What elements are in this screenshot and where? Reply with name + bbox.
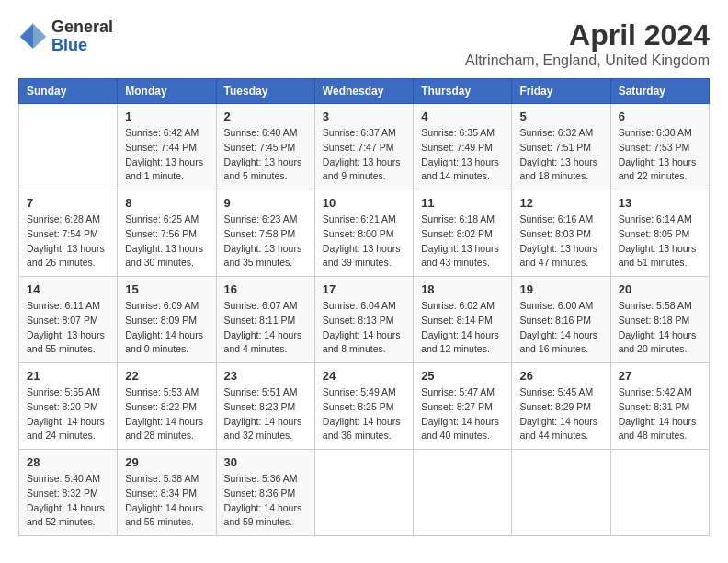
day-number: 10 <box>323 196 405 210</box>
day-number: 23 <box>224 369 307 383</box>
day-number: 2 <box>224 109 307 123</box>
calendar-cell: 8Sunrise: 6:25 AM Sunset: 7:56 PM Daylig… <box>118 190 216 277</box>
day-number: 14 <box>27 282 109 296</box>
calendar-cell: 28Sunrise: 5:40 AM Sunset: 8:32 PM Dayli… <box>19 450 118 536</box>
day-number: 13 <box>619 196 701 210</box>
calendar-cell: 9Sunrise: 6:23 AM Sunset: 7:58 PM Daylig… <box>216 190 314 277</box>
header-day-sunday: Sunday <box>19 79 118 104</box>
title-block: April 2024 Altrincham, England, United K… <box>465 18 710 69</box>
calendar-cell <box>610 450 709 536</box>
calendar-cell: 22Sunrise: 5:53 AM Sunset: 8:22 PM Dayli… <box>118 363 216 450</box>
calendar-cell: 21Sunrise: 5:55 AM Sunset: 8:20 PM Dayli… <box>19 363 118 450</box>
day-number: 11 <box>421 196 504 210</box>
day-number: 6 <box>619 109 701 123</box>
day-number: 24 <box>323 369 405 383</box>
logo: General Blue <box>18 18 113 55</box>
header-day-saturday: Saturday <box>610 79 709 104</box>
logo-icon <box>18 22 48 52</box>
day-number: 15 <box>125 282 208 296</box>
day-number: 12 <box>519 196 602 210</box>
day-info: Sunrise: 6:30 AM Sunset: 7:53 PM Dayligh… <box>619 126 701 184</box>
day-number: 28 <box>27 455 109 469</box>
day-info: Sunrise: 5:58 AM Sunset: 8:18 PM Dayligh… <box>619 299 701 357</box>
calendar-cell <box>414 450 512 536</box>
header-day-tuesday: Tuesday <box>216 79 314 104</box>
day-number: 3 <box>323 109 405 123</box>
day-info: Sunrise: 6:16 AM Sunset: 8:03 PM Dayligh… <box>519 213 602 270</box>
calendar-cell: 18Sunrise: 6:02 AM Sunset: 8:14 PM Dayli… <box>414 277 512 363</box>
day-number: 26 <box>519 369 602 383</box>
day-number: 18 <box>421 282 504 296</box>
logo-text: General Blue <box>51 18 113 55</box>
day-number: 8 <box>125 196 208 210</box>
calendar-cell: 6Sunrise: 6:30 AM Sunset: 7:53 PM Daylig… <box>610 104 709 190</box>
day-number: 17 <box>323 282 405 296</box>
day-info: Sunrise: 5:51 AM Sunset: 8:23 PM Dayligh… <box>224 385 307 443</box>
calendar-week-5: 28Sunrise: 5:40 AM Sunset: 8:32 PM Dayli… <box>19 450 710 536</box>
day-info: Sunrise: 5:42 AM Sunset: 8:31 PM Dayligh… <box>619 385 701 443</box>
day-info: Sunrise: 6:28 AM Sunset: 7:54 PM Dayligh… <box>27 213 109 270</box>
svg-marker-2 <box>20 23 33 48</box>
day-number: 4 <box>421 109 504 123</box>
calendar-cell: 14Sunrise: 6:11 AM Sunset: 8:07 PM Dayli… <box>19 277 118 363</box>
day-number: 21 <box>27 369 109 383</box>
header-day-friday: Friday <box>512 79 610 104</box>
calendar-cell: 15Sunrise: 6:09 AM Sunset: 8:09 PM Dayli… <box>118 277 216 363</box>
day-info: Sunrise: 6:11 AM Sunset: 8:07 PM Dayligh… <box>27 299 109 357</box>
day-info: Sunrise: 6:42 AM Sunset: 7:44 PM Dayligh… <box>125 126 208 184</box>
day-info: Sunrise: 6:21 AM Sunset: 8:00 PM Dayligh… <box>323 213 405 270</box>
day-info: Sunrise: 6:00 AM Sunset: 8:16 PM Dayligh… <box>519 299 602 357</box>
calendar-cell: 4Sunrise: 6:35 AM Sunset: 7:49 PM Daylig… <box>414 104 512 190</box>
calendar-week-3: 14Sunrise: 6:11 AM Sunset: 8:07 PM Dayli… <box>19 277 710 363</box>
calendar-cell: 24Sunrise: 5:49 AM Sunset: 8:25 PM Dayli… <box>314 363 413 450</box>
calendar-cell <box>512 450 610 536</box>
day-info: Sunrise: 6:02 AM Sunset: 8:14 PM Dayligh… <box>421 299 504 357</box>
day-info: Sunrise: 5:55 AM Sunset: 8:20 PM Dayligh… <box>27 385 109 443</box>
day-info: Sunrise: 5:53 AM Sunset: 8:22 PM Dayligh… <box>125 385 208 443</box>
day-number: 29 <box>125 455 208 469</box>
day-number: 20 <box>619 282 701 296</box>
calendar-cell: 2Sunrise: 6:40 AM Sunset: 7:45 PM Daylig… <box>216 104 314 190</box>
calendar-cell: 13Sunrise: 6:14 AM Sunset: 8:05 PM Dayli… <box>610 190 709 277</box>
day-number: 22 <box>125 369 208 383</box>
calendar-cell <box>314 450 413 536</box>
day-info: Sunrise: 6:09 AM Sunset: 8:09 PM Dayligh… <box>125 299 208 357</box>
day-number: 25 <box>421 369 504 383</box>
day-info: Sunrise: 5:49 AM Sunset: 8:25 PM Dayligh… <box>323 385 405 443</box>
svg-marker-1 <box>33 23 46 48</box>
day-number: 7 <box>27 196 109 210</box>
day-number: 1 <box>125 109 208 123</box>
day-info: Sunrise: 6:37 AM Sunset: 7:47 PM Dayligh… <box>323 126 405 184</box>
calendar-week-2: 7Sunrise: 6:28 AM Sunset: 7:54 PM Daylig… <box>19 190 710 277</box>
calendar-cell: 25Sunrise: 5:47 AM Sunset: 8:27 PM Dayli… <box>414 363 512 450</box>
calendar-cell: 20Sunrise: 5:58 AM Sunset: 8:18 PM Dayli… <box>610 277 709 363</box>
calendar-cell: 26Sunrise: 5:45 AM Sunset: 8:29 PM Dayli… <box>512 363 610 450</box>
day-info: Sunrise: 6:04 AM Sunset: 8:13 PM Dayligh… <box>323 299 405 357</box>
day-number: 16 <box>224 282 307 296</box>
day-info: Sunrise: 6:32 AM Sunset: 7:51 PM Dayligh… <box>519 126 602 184</box>
day-info: Sunrise: 6:25 AM Sunset: 7:56 PM Dayligh… <box>125 213 208 270</box>
calendar-cell: 17Sunrise: 6:04 AM Sunset: 8:13 PM Dayli… <box>314 277 413 363</box>
day-info: Sunrise: 5:38 AM Sunset: 8:34 PM Dayligh… <box>125 472 208 530</box>
day-info: Sunrise: 5:45 AM Sunset: 8:29 PM Dayligh… <box>519 385 602 443</box>
calendar-table: SundayMondayTuesdayWednesdayThursdayFrid… <box>18 78 710 536</box>
calendar-cell: 27Sunrise: 5:42 AM Sunset: 8:31 PM Dayli… <box>610 363 709 450</box>
day-info: Sunrise: 6:23 AM Sunset: 7:58 PM Dayligh… <box>224 213 307 270</box>
calendar-cell: 12Sunrise: 6:16 AM Sunset: 8:03 PM Dayli… <box>512 190 610 277</box>
day-number: 30 <box>224 455 307 469</box>
day-info: Sunrise: 6:35 AM Sunset: 7:49 PM Dayligh… <box>421 126 504 184</box>
day-number: 9 <box>224 196 307 210</box>
calendar-subtitle: Altrincham, England, United Kingdom <box>465 52 710 69</box>
calendar-cell: 30Sunrise: 5:36 AM Sunset: 8:36 PM Dayli… <box>216 450 314 536</box>
calendar-cell: 29Sunrise: 5:38 AM Sunset: 8:34 PM Dayli… <box>118 450 216 536</box>
day-info: Sunrise: 5:47 AM Sunset: 8:27 PM Dayligh… <box>421 385 504 443</box>
day-info: Sunrise: 5:40 AM Sunset: 8:32 PM Dayligh… <box>27 472 109 530</box>
calendar-week-1: 1Sunrise: 6:42 AM Sunset: 7:44 PM Daylig… <box>19 104 710 190</box>
calendar-cell: 19Sunrise: 6:00 AM Sunset: 8:16 PM Dayli… <box>512 277 610 363</box>
calendar-cell: 7Sunrise: 6:28 AM Sunset: 7:54 PM Daylig… <box>19 190 118 277</box>
calendar-cell: 11Sunrise: 6:18 AM Sunset: 8:02 PM Dayli… <box>414 190 512 277</box>
day-number: 27 <box>619 369 701 383</box>
day-number: 19 <box>519 282 602 296</box>
calendar-cell: 3Sunrise: 6:37 AM Sunset: 7:47 PM Daylig… <box>314 104 413 190</box>
day-info: Sunrise: 6:40 AM Sunset: 7:45 PM Dayligh… <box>224 126 307 184</box>
